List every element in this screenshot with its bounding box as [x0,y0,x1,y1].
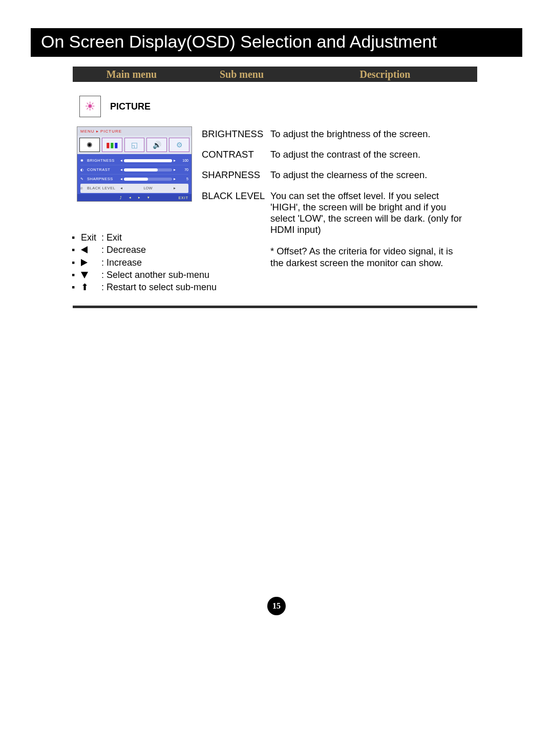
osd-row-value: 5 [177,177,188,181]
chevron-left-icon: ◂ [120,177,122,181]
chevron-right-icon: ▸ [138,196,140,200]
osd-breadcrumb: MENU ▸ PICTURE [77,127,192,136]
legend-text: : Increase [101,256,142,269]
header-sub-menu: Sub menu [190,69,293,80]
display-tab-icon: ◱ [124,138,145,152]
section-name: PICTURE [110,101,151,112]
pen-icon: ✎ [80,177,86,181]
submenu-name: BLACK LEVEL [202,190,270,236]
home-icon: ⤴ [120,196,122,200]
legend-row: ▪ : Increase [72,256,217,269]
chevron-right-icon: ▸ [174,167,176,172]
brightness-icon: ☀ [79,96,101,117]
triangle-down-icon [81,272,88,278]
button-legend: ▪ Exit : Exit ▪ : Decrease ▪ : Increase … [72,231,217,293]
osd-exit-label: EXIT [178,196,188,200]
submenu-name: CONTRAST [202,149,270,160]
header-description: Description [293,69,477,80]
chevron-left-icon: ◂ [129,196,131,200]
submenu-desc: To adjust the contrast of the screen. [270,149,468,160]
osd-tabs: ✺ ▮▮▮ ◱ 🔊 ⚙ [77,136,192,154]
desc-row: BRIGHTNESS To adjust the brightness of t… [202,128,468,140]
divider [73,306,477,308]
legend-text: : Decrease [101,244,146,256]
osd-row-label: BRIGHTNESS [87,158,119,163]
color-tab-icon: ▮▮▮ [102,138,122,152]
chevron-left-icon: ◂ [120,158,122,163]
section-label: ☀ PICTURE [79,96,151,117]
osd-body: ✱ BRIGHTNESS ◂ ▸ 100 ◐ CONTRAST ◂ ▸ 70 ✎… [77,154,192,194]
slider [124,178,172,181]
desc-row: CONTRAST To adjust the contrast of the s… [202,149,468,160]
legend-text: : Exit [101,231,122,244]
submenu-name: SHARPNESS [202,169,270,181]
offset-note: * Offset? As the criteria for video sign… [202,246,468,268]
osd-row-label: CONTRAST [87,167,119,172]
chevron-left-icon: ◂ [120,167,122,172]
chevron-right-icon: ▸ [174,177,176,181]
page-title: On Screen Display(OSD) Selection and Adj… [41,32,512,52]
header-main-menu: Main menu [73,69,190,80]
legend-row: ▪ : Select another sub-menu [72,269,217,281]
page-number: 15 [267,597,286,615]
submenu-desc: You can set the offset level. If you sel… [270,190,468,236]
slider [124,159,172,162]
legend-row: ▪ Exit : Exit [72,231,217,244]
submenu-name: BRIGHTNESS [202,128,270,140]
exit-label: Exit [81,231,101,244]
desc-row: BLACK LEVEL You can set the offset level… [202,190,468,236]
contrast-icon: ◐ [80,168,86,172]
submenu-desc: To adjust the brightness of the screen. [270,128,468,140]
settings-tab-icon: ⚙ [169,138,189,152]
osd-screenshot: MENU ▸ PICTURE ✺ ▮▮▮ ◱ 🔊 ⚙ ✱ BRIGHTNESS … [77,126,192,202]
triangle-right-icon [81,259,88,266]
osd-row-value: 100 [177,159,188,162]
osd-row-label: BLACK LEVEL [87,186,119,190]
chevron-down-icon: ▾ [147,196,150,200]
osd-row-value: 70 [177,168,188,171]
legend-row: ▪ : Decrease [72,244,217,256]
submenu-desc: To adjust the clearness of the screen. [270,169,468,181]
level-icon: ⎚ [80,186,86,190]
chevron-right-icon: ▸ [174,158,176,163]
chevron-left-icon: ◂ [120,186,122,190]
desc-row: SHARPNESS To adjust the clearness of the… [202,169,468,181]
osd-row-brightness: ✱ BRIGHTNESS ◂ ▸ 100 [80,156,188,165]
osd-footer: ⤴ ◂ ▸ ▾ EXIT [77,194,192,201]
osd-row-blacklevel: ⎚ BLACK LEVEL ◂ LOW ▸ [80,184,188,193]
legend-text: : Restart to select sub-menu [101,281,217,293]
volume-tab-icon: 🔊 [146,138,167,152]
triangle-left-icon [81,246,88,253]
star-icon: ✱ [80,159,86,163]
chevron-right-icon: ▸ [174,186,176,190]
osd-row-value: LOW [124,186,172,190]
osd-row-sharpness: ✎ SHARPNESS ◂ ▸ 5 [80,175,188,184]
legend-row: ▪ ⬆ : Restart to select sub-menu [72,281,217,293]
slider [124,168,172,171]
submenu-descriptions: BRIGHTNESS To adjust the brightness of t… [202,128,468,269]
osd-row-label: SHARPNESS [87,177,119,181]
legend-text: : Select another sub-menu [101,269,209,281]
home-up-icon: ⬆ [81,283,89,292]
osd-row-contrast: ◐ CONTRAST ◂ ▸ 70 [80,165,188,175]
column-header-row: Main menu Sub menu Description [73,67,477,82]
brightness-tab-icon: ✺ [79,138,100,152]
page-title-bar: On Screen Display(OSD) Selection and Adj… [31,28,522,57]
